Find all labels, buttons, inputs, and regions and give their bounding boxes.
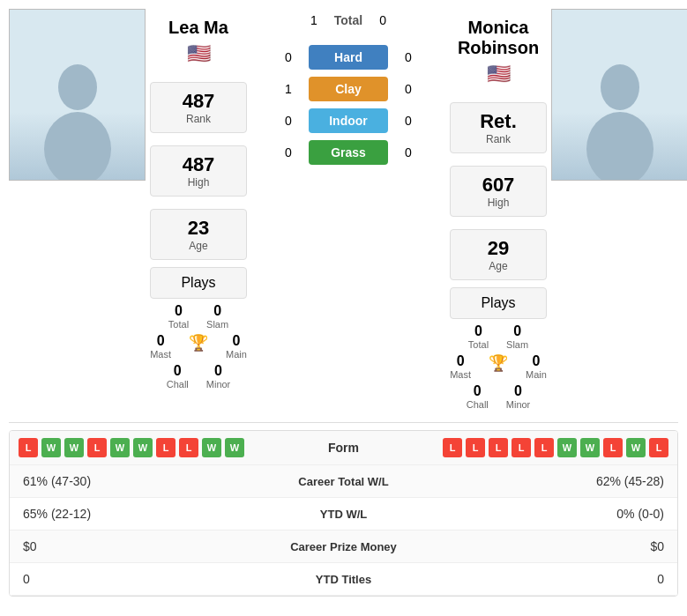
left-trophy-icon: 🏆 [189, 333, 208, 360]
career-wl-label: Career Total W/L [273, 475, 414, 488]
left-player-flag: 🇺🇸 [187, 42, 211, 65]
right-total-stat: 0 Total [468, 323, 489, 350]
right-mast-label: Mast [450, 369, 471, 380]
right-player-name: Monica Robinson [450, 18, 547, 58]
right-high-box: 607 High [450, 166, 547, 217]
clay-row: 1 Clay 0 [251, 77, 445, 101]
form-badge: L [512, 438, 531, 457]
total-row: 1 Total 0 [301, 13, 396, 27]
right-total-value: 0 [474, 323, 482, 339]
form-badge: W [626, 438, 646, 457]
right-age-plays: 29 Age Plays [450, 224, 547, 319]
ytd-wl-label: YTD W/L [273, 508, 414, 521]
right-stats-row1: 0 Total 0 Slam [468, 323, 528, 350]
grass-btn[interactable]: Grass [309, 140, 388, 165]
left-age-value: 23 [161, 217, 235, 240]
clay-left: 1 [275, 82, 302, 96]
right-slam-stat: 0 Slam [506, 323, 528, 350]
ytd-titles-right: 0 [414, 572, 665, 586]
total-left-score: 1 [301, 13, 327, 27]
left-mast-label: Mast [150, 349, 171, 360]
total-right-score: 0 [370, 13, 396, 27]
form-badge: L [443, 438, 462, 457]
left-chall-value: 0 [174, 363, 182, 379]
right-form-badges: LLLLLWWLWL [397, 438, 669, 457]
right-plays-label: Plays [461, 295, 535, 311]
career-wl-left: 61% (47-30) [23, 474, 273, 488]
left-total-label: Total [168, 319, 189, 330]
clay-right: 0 [395, 82, 422, 96]
left-slam-label: Slam [206, 319, 228, 330]
right-player-info: Monica Robinson 🇺🇸 Ret. Rank 607 High 29… [445, 9, 551, 413]
left-minor-value: 0 [214, 363, 222, 379]
left-main-value: 0 [232, 333, 240, 349]
left-high-box: 487 High [150, 145, 247, 197]
form-badge: L [19, 438, 38, 457]
right-mast-value: 0 [457, 353, 465, 369]
form-badge: L [489, 438, 508, 457]
form-badge: W [580, 438, 600, 457]
left-rank-high: 487 Rank 487 High [150, 77, 247, 197]
right-rank-box: Ret. Rank [450, 102, 547, 153]
hard-left: 0 [275, 50, 302, 64]
hard-right: 0 [395, 50, 422, 64]
left-plays-box: Plays [150, 267, 247, 299]
left-mast-value: 0 [157, 333, 165, 349]
left-stats-row1: 0 Total 0 Slam [168, 303, 228, 330]
form-row: LWWLWWLLWW Form LLLLLWWLWL [10, 431, 677, 465]
form-badge: L [466, 438, 485, 457]
left-minor-label: Minor [206, 379, 231, 390]
left-chall-label: Chall [167, 379, 189, 390]
prize-label: Career Prize Money [273, 540, 414, 553]
right-chall-label: Chall [467, 399, 489, 410]
left-minor-stat: 0 Minor [206, 363, 231, 390]
left-player-photo [9, 9, 146, 181]
grass-left: 0 [275, 145, 302, 160]
left-chall-stat: 0 Chall [167, 363, 189, 390]
left-slam-stat: 0 Slam [206, 303, 228, 330]
hard-btn[interactable]: Hard [309, 45, 388, 70]
form-badge: W [41, 438, 61, 457]
left-main-label: Main [226, 349, 247, 360]
career-wl-right: 62% (45-28) [414, 474, 665, 488]
left-age-label: Age [161, 240, 235, 252]
form-badge: L [603, 438, 623, 457]
prize-money-row: $0 Career Prize Money $0 [10, 531, 677, 563]
indoor-right: 0 [395, 114, 422, 128]
svg-point-2 [601, 64, 639, 110]
svg-point-1 [44, 112, 111, 180]
form-badge: L [649, 438, 668, 457]
indoor-btn[interactable]: Indoor [309, 108, 388, 133]
left-rank-value: 487 [161, 90, 235, 113]
svg-point-0 [58, 64, 97, 110]
left-titles-grid: 0 Total 0 Slam 0 Mast 🏆 0 [150, 303, 247, 393]
left-player-info: Lea Ma 🇺🇸 487 Rank 487 High 23 Age P [146, 9, 251, 393]
left-stats-row2: 0 Mast 🏆 0 Main [150, 333, 247, 360]
ytd-wl-right: 0% (0-0) [414, 507, 665, 521]
form-badge: L [156, 438, 175, 457]
right-minor-label: Minor [506, 399, 531, 410]
form-badge: W [557, 438, 577, 457]
left-rank-box: 487 Rank [150, 82, 247, 133]
right-trophy-icon: 🏆 [489, 353, 508, 380]
right-age-label: Age [461, 260, 535, 272]
left-high-value: 487 [161, 153, 235, 176]
ytd-wl-left: 65% (22-12) [23, 507, 273, 521]
prize-left: $0 [23, 539, 273, 553]
indoor-row: 0 Indoor 0 [251, 108, 445, 133]
right-rank-label: Rank [461, 133, 535, 145]
clay-btn[interactable]: Clay [309, 77, 388, 101]
right-rank-high: Ret. Rank 607 High [450, 97, 547, 217]
form-badge: W [133, 438, 153, 457]
form-badge: W [64, 438, 84, 457]
left-form-badges: LWWLWWLLWW [19, 438, 291, 457]
top-section: Lea Ma 🇺🇸 487 Rank 487 High 23 Age P [0, 0, 687, 418]
left-mast-stat: 0 Mast [150, 333, 171, 360]
main-container: Lea Ma 🇺🇸 487 Rank 487 High 23 Age P [0, 0, 687, 597]
right-age-value: 29 [461, 237, 535, 260]
right-minor-value: 0 [514, 383, 522, 399]
right-main-value: 0 [532, 353, 540, 369]
right-rank-value: Ret. [461, 110, 535, 133]
form-badge: W [202, 438, 221, 457]
prize-right: $0 [414, 539, 665, 553]
